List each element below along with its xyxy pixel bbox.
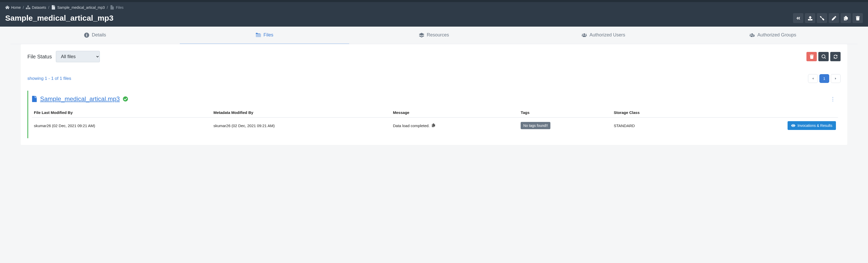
tools-button[interactable] [817, 13, 827, 23]
tab-details[interactable]: Details [10, 27, 180, 44]
cell-tags: No tags found!! [519, 118, 612, 134]
file-status-select[interactable]: All files [56, 51, 100, 62]
users-icon [582, 33, 587, 38]
collapse-button[interactable] [793, 13, 803, 23]
filter-right [806, 52, 841, 61]
col-message: Message [391, 108, 519, 118]
tab-authorized-groups-label: Authorized Groups [757, 32, 796, 38]
filter-left: File Status All files [27, 51, 100, 62]
no-tags-pill: No tags found!! [521, 122, 550, 129]
pager-page-1[interactable]: 1 [819, 74, 829, 83]
col-metadata-modified: Metadata Modified By [211, 108, 391, 118]
page-head-row: Sample_medical_artical_mp3 [5, 13, 863, 23]
breadcrumb-sep: / [107, 5, 108, 9]
eye-icon [791, 124, 795, 128]
breadcrumb-sep: / [49, 5, 50, 9]
caret-left-icon [812, 77, 814, 80]
files-icon [110, 5, 114, 9]
tab-authorized-users[interactable]: Authorized Users [519, 27, 688, 44]
pager-prev[interactable] [808, 74, 818, 83]
file-solid-icon [32, 96, 37, 102]
upload-icon [808, 16, 812, 21]
tab-authorized-groups[interactable]: Authorized Groups [688, 27, 858, 44]
header-actions [793, 13, 863, 23]
table-header-row: File Last Modified By Metadata Modified … [32, 108, 838, 118]
cell-storage-class: STANDARD [612, 118, 694, 134]
tabs-container: Details Files Resources Authorized Users… [0, 27, 868, 145]
col-actions [694, 108, 838, 118]
pager-page-label: 1 [823, 76, 825, 80]
delete-button[interactable] [852, 13, 863, 23]
info-circle-icon [84, 33, 89, 38]
breadcrumb-dataset[interactable]: Sample_medical_artical_mp3 [51, 5, 105, 9]
copy-button[interactable] [841, 13, 851, 23]
file-name-link[interactable]: Sample_medical_artical.mp3 [40, 95, 120, 103]
cell-message: Data load completed. [391, 118, 519, 134]
check-circle-icon [123, 96, 128, 102]
refresh-icon [833, 55, 838, 59]
layers-icon [419, 33, 424, 38]
breadcrumb-current: Files [110, 5, 124, 9]
copy-icon [844, 16, 848, 21]
tools-icon [820, 16, 824, 21]
cell-message-text: Data load completed. [393, 124, 430, 128]
content-card: File Status All files showing 1 - 1 of 1… [21, 44, 847, 145]
filter-row: File Status All files [27, 51, 841, 62]
breadcrumb-datasets[interactable]: Datasets [26, 5, 46, 9]
file-status-label: File Status [27, 54, 52, 60]
edit-button[interactable] [829, 13, 839, 23]
trash-icon [856, 16, 860, 21]
showing-text: showing 1 - 1 of 1 files [27, 76, 71, 81]
pager: 1 [808, 74, 841, 83]
angle-double-left-icon [796, 16, 801, 21]
page-title: Sample_medical_artical_mp3 [5, 14, 114, 23]
listing-meta: showing 1 - 1 of 1 files 1 [27, 74, 841, 83]
invocations-btn-label: Invocations & Results [797, 124, 832, 128]
table-row: skumar26 (02 Dec, 2021 09:21 AM) skumar2… [32, 118, 838, 134]
breadcrumb-home[interactable]: Home [5, 5, 21, 9]
file-head-left: Sample_medical_artical.mp3 [32, 95, 128, 103]
breadcrumb-sep: / [23, 5, 24, 9]
pager-next[interactable] [831, 74, 841, 83]
col-tags: Tags [519, 108, 612, 118]
upload-button[interactable] [805, 13, 815, 23]
cell-actions: Invocations & Results [694, 118, 838, 134]
caret-right-icon [834, 77, 837, 80]
tabs: Details Files Resources Authorized Users… [10, 27, 858, 44]
refresh-button[interactable] [830, 52, 841, 61]
file-icon [51, 5, 56, 9]
search-icon [822, 55, 826, 59]
search-files-button[interactable] [818, 52, 829, 61]
delete-selected-button[interactable] [806, 52, 817, 61]
tab-authorized-users-label: Authorized Users [589, 32, 625, 38]
page-header: Home / Datasets / Sample_medical_artical… [0, 0, 868, 27]
file-panel: Sample_medical_artical.mp3 ⋮ File Last M… [27, 91, 841, 138]
col-last-modified: File Last Modified By [32, 108, 211, 118]
copy-message-icon[interactable] [432, 124, 435, 128]
sitemap-icon [26, 5, 30, 9]
col-storage-class: Storage Class [612, 108, 694, 118]
breadcrumb-dataset-label: Sample_medical_artical_mp3 [57, 5, 105, 9]
tab-resources[interactable]: Resources [349, 27, 519, 44]
breadcrumb: Home / Datasets / Sample_medical_artical… [5, 2, 863, 12]
file-head: Sample_medical_artical.mp3 ⋮ [32, 95, 838, 103]
files-stack-icon [256, 33, 261, 38]
breadcrumb-current-label: Files [116, 5, 124, 9]
users-group-icon [749, 33, 755, 38]
tab-resources-label: Resources [427, 32, 449, 38]
tab-files-label: Files [264, 32, 273, 38]
file-more-menu[interactable]: ⋮ [828, 96, 838, 102]
pencil-icon [832, 16, 836, 21]
tab-details-label: Details [92, 32, 106, 38]
invocations-results-button[interactable]: Invocations & Results [787, 121, 836, 130]
cell-metadata-modified: skumar26 (02 Dec, 2021 09:21 AM) [211, 118, 391, 134]
cell-last-modified: skumar26 (02 Dec, 2021 09:21 AM) [32, 118, 211, 134]
home-icon [5, 5, 9, 9]
file-table: File Last Modified By Metadata Modified … [32, 108, 838, 134]
breadcrumb-home-label: Home [11, 5, 21, 9]
breadcrumb-datasets-label: Datasets [32, 5, 46, 9]
tab-files[interactable]: Files [180, 27, 349, 44]
trash-icon [810, 55, 814, 59]
